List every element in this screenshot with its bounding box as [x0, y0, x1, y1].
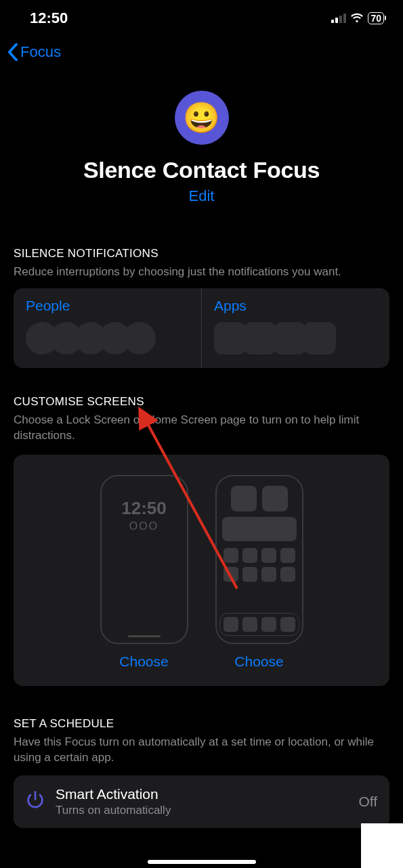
home-screen-option[interactable]: Choose [215, 475, 303, 670]
lock-time: 12:50 [121, 498, 167, 519]
app-slots [214, 322, 377, 355]
app-placeholder [214, 322, 247, 355]
chevron-left-icon [7, 43, 19, 61]
silence-section: SILENCE NOTIFICATIONS Reduce interruptio… [0, 247, 403, 368]
silence-heading: SILENCE NOTIFICATIONS [14, 247, 389, 260]
smart-activation-title: Smart Activation [56, 786, 347, 802]
choose-lock-button[interactable]: Choose [119, 654, 168, 670]
customise-heading: CUSTOMISE SCREENS [14, 395, 389, 409]
people-button[interactable]: People [14, 288, 202, 368]
lock-screen-preview: 12:50 OOO [100, 475, 188, 644]
overlay-patch [361, 823, 403, 868]
app-placeholder [244, 322, 276, 355]
customise-sub: Choose a Lock Screen or Home Screen page… [14, 413, 389, 444]
schedule-heading: SET A SCHEDULE [14, 717, 389, 731]
app-icon-placeholder [261, 548, 276, 563]
silence-card: People Apps [14, 288, 389, 368]
lock-screen-option[interactable]: 12:50 OOO Choose [100, 475, 188, 670]
app-icon-placeholder [280, 548, 295, 563]
choose-home-button[interactable]: Choose [234, 654, 283, 670]
status-time: 12:50 [30, 9, 68, 27]
apps-label: Apps [214, 298, 377, 314]
screens-card: 12:50 OOO Choose [14, 455, 389, 686]
cellular-icon [331, 14, 346, 23]
avatar-placeholder [123, 322, 156, 355]
app-icon-placeholder [242, 567, 257, 582]
app-placeholder [274, 322, 306, 355]
silence-sub: Reduce interruptions by choosing just th… [14, 265, 389, 280]
app-icon-placeholder [242, 548, 257, 563]
dock-placeholder [219, 613, 299, 636]
nav-bar: Focus [0, 34, 403, 70]
people-avatars [26, 322, 189, 355]
smart-activation-state: Off [358, 794, 377, 810]
lock-dots: OOO [129, 520, 158, 532]
app-icon-placeholder [224, 548, 238, 563]
customise-section: CUSTOMISE SCREENS Choose a Lock Screen o… [0, 395, 403, 686]
people-label: People [26, 298, 189, 314]
widget-placeholder [262, 486, 288, 511]
app-placeholder [303, 322, 336, 355]
widget-placeholder [222, 517, 297, 541]
apps-button[interactable]: Apps [202, 288, 389, 368]
back-button[interactable]: Focus [7, 43, 61, 61]
home-screen-preview [215, 475, 303, 644]
wifi-icon [350, 9, 364, 27]
schedule-sub: Have this Focus turn on automatically at… [14, 735, 389, 766]
focus-title: Slence Contact Focus [0, 157, 403, 183]
edit-button[interactable]: Edit [189, 187, 215, 205]
focus-header: 😀 Slence Contact Focus Edit [0, 70, 403, 205]
back-label: Focus [20, 43, 61, 61]
focus-emoji-icon: 😀 [175, 91, 229, 145]
app-icon-placeholder [224, 567, 238, 582]
power-icon [26, 790, 45, 813]
app-icon-placeholder [280, 567, 295, 582]
status-bar: 12:50 70 [0, 0, 403, 34]
app-icon-placeholder [261, 567, 276, 582]
smart-activation-row[interactable]: Smart Activation Turns on automatically … [14, 775, 389, 828]
home-indicator-bar[interactable] [148, 860, 256, 864]
status-indicators: 70 [331, 9, 384, 27]
widget-placeholder [231, 486, 257, 511]
smart-activation-sub: Turns on automatically [56, 804, 347, 817]
battery-indicator: 70 [368, 12, 384, 24]
home-indicator-icon [128, 635, 161, 637]
schedule-section: SET A SCHEDULE Have this Focus turn on a… [0, 717, 403, 828]
